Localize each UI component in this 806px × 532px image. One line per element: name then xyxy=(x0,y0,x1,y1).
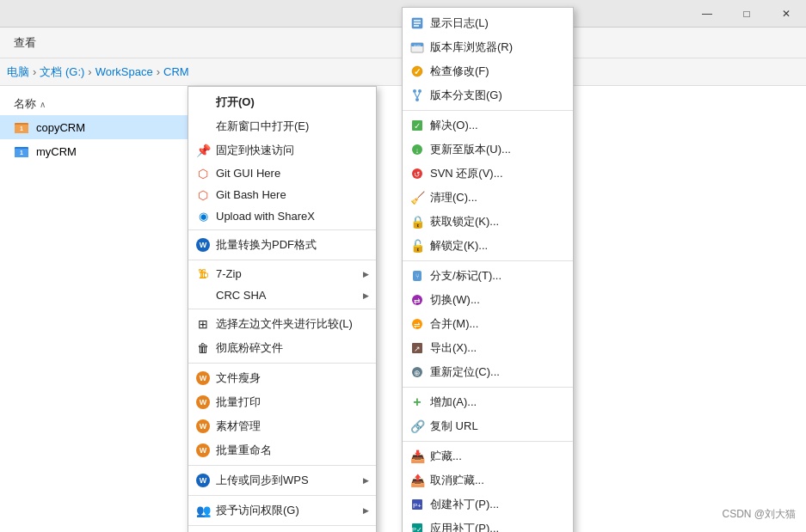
breadcrumb-sep-1: › xyxy=(33,65,36,78)
watermark: CSDN @刘大猫 xyxy=(722,507,796,522)
slim-icon: W xyxy=(195,370,211,386)
column-name: 名称 xyxy=(14,96,36,112)
ctx-divider-6 xyxy=(188,495,376,496)
ctx-material[interactable]: W 素材管理 xyxy=(188,414,376,438)
window-controls: — □ ✕ xyxy=(687,0,806,27)
ctx-shred[interactable]: 🗑 彻底粉碎文件 xyxy=(188,336,376,360)
ctx-7zip[interactable]: 🗜 7-Zip xyxy=(188,263,376,284)
sort-icon: ∧ xyxy=(40,100,46,109)
ctx-copy-url[interactable]: 🔗 复制 URL xyxy=(403,414,573,438)
ctx-repo-browser[interactable]: SVN 版本库浏览器(R) xyxy=(403,35,573,59)
unlock-icon: 🔓 xyxy=(409,238,425,254)
file-list: 名称 ∧ 1 copyCRM 1 myCRM xyxy=(0,86,189,532)
stash-icon: 📥 xyxy=(409,449,425,464)
toolbar-label: 查看 xyxy=(7,32,43,54)
copy-url-icon: 🔗 xyxy=(409,419,425,434)
ctx-upload-wps[interactable]: W 上传或同步到WPS xyxy=(188,468,376,492)
ctx-svn-revert[interactable]: ↺ SVN 还原(V)... xyxy=(403,162,573,186)
breadcrumb-crm[interactable]: CRM xyxy=(163,65,189,78)
ctx-select-compare[interactable]: ⊞ 选择左边文件夹进行比较(L) xyxy=(188,312,376,336)
breadcrumb-workspace[interactable]: WorkSpace xyxy=(95,65,153,78)
breadcrumb-docs[interactable]: 文档 (G:) xyxy=(40,64,84,80)
ctx-create-patch[interactable]: P+ 创建补丁(P)... xyxy=(403,492,573,517)
ctx-grant-access[interactable]: 👥 授予访问权限(G) xyxy=(188,498,376,523)
ctx-divider-7 xyxy=(188,525,376,526)
relocate-icon: ⊕ xyxy=(409,364,425,380)
ctx-merge[interactable]: ⇌ 合并(M)... xyxy=(403,312,573,336)
ctx-git-bash[interactable]: ⬡ Git Bash Here xyxy=(188,184,376,205)
ctx-batch-pdf[interactable]: W 批量转换为PDF格式 xyxy=(188,233,376,257)
ctx-save-stash[interactable]: 📥 贮藏... xyxy=(403,444,573,468)
minimize-button[interactable]: — xyxy=(687,0,727,28)
ctx-add[interactable]: + 增加(A)... xyxy=(403,390,573,414)
file-icon-copycrm: 1 xyxy=(14,119,29,135)
ctx-git-gui[interactable]: ⬡ Git GUI Here xyxy=(188,162,376,184)
svg-text:1: 1 xyxy=(20,150,23,156)
file-item-mycrm[interactable]: 1 myCRM xyxy=(0,139,188,163)
svg-text:⊕: ⊕ xyxy=(414,369,421,377)
shred-icon: 🗑 xyxy=(195,340,211,356)
svg-point-27 xyxy=(415,98,419,101)
svg-text:P✓: P✓ xyxy=(412,526,422,532)
unstash-icon: 📤 xyxy=(409,473,425,488)
git-gui-icon: ⬡ xyxy=(195,166,211,181)
file-icon-mycrm: 1 xyxy=(14,144,29,159)
maximize-button[interactable]: □ xyxy=(727,0,766,28)
switch-icon: ⇄ xyxy=(409,292,425,308)
lock-icon: 🔒 xyxy=(409,214,425,229)
ctx2-divider-2 xyxy=(403,260,573,261)
svg-text:⇌: ⇌ xyxy=(414,321,421,329)
rename-icon: W xyxy=(195,443,211,458)
ctx-pop-stash[interactable]: 📤 取消贮藏... xyxy=(403,468,573,492)
ctx-release-lock[interactable]: 🔓 解锁定(K)... xyxy=(403,234,573,258)
crc-icon xyxy=(195,288,211,303)
svg-text:↗: ↗ xyxy=(414,345,421,353)
ctx-divider-2 xyxy=(188,260,376,260)
ctx-get-lock[interactable]: 🔒 获取锁定(K)... xyxy=(403,210,573,234)
ctx-show-log[interactable]: 显示日志(L) xyxy=(403,11,573,35)
ctx-crc[interactable]: CRC SHA xyxy=(188,284,376,306)
ctx-batch-print[interactable]: W 批量打印 xyxy=(188,390,376,414)
ctx-resolve[interactable]: ✓ 解决(O)... xyxy=(403,113,573,138)
ctx-export[interactable]: ↗ 导出(X)... xyxy=(403,336,573,360)
ctx-open-new-window[interactable]: 在新窗口中打开(E) xyxy=(188,114,376,138)
add-icon: + xyxy=(409,394,425,410)
ctx-switch[interactable]: ⇄ 切换(W)... xyxy=(403,288,573,312)
ctx-open[interactable]: 打开(O) xyxy=(188,90,376,114)
file-name-mycrm: myCRM xyxy=(36,145,77,158)
context-menu-1: 打开(O) 在新窗口中打开(E) 📌 固定到快速访问 ⬡ Git GUI Her… xyxy=(188,86,377,532)
ctx2-divider-3 xyxy=(403,387,573,388)
grant-icon: 👥 xyxy=(195,503,211,518)
ctx-sharex[interactable]: ◉ Upload with ShareX xyxy=(188,205,376,227)
file-item-copycrm[interactable]: 1 copyCRM xyxy=(0,115,188,139)
ctx-slim[interactable]: W 文件瘦身 xyxy=(188,366,376,390)
merge-icon: ⇌ xyxy=(409,316,425,332)
ctx-relocate[interactable]: ⊕ 重新定位(C)... xyxy=(403,360,573,384)
ctx-version-branch[interactable]: 版本分支图(G) xyxy=(403,83,573,107)
ctx-branch-tag[interactable]: ⑂ 分支/标记(T)... xyxy=(403,264,573,288)
breadcrumb-sep-3: › xyxy=(157,65,160,78)
svg-text:⑂: ⑂ xyxy=(415,272,420,280)
svg-text:1: 1 xyxy=(20,125,23,131)
breadcrumb-sep-2: › xyxy=(88,65,91,78)
ctx-check-modify[interactable]: ✓ 检查修改(F) xyxy=(403,59,573,83)
patch-icon: P+ xyxy=(409,497,425,512)
sharex-icon: ◉ xyxy=(195,209,211,224)
ctx2-divider-4 xyxy=(403,441,573,442)
ctx-divider-4 xyxy=(188,363,376,364)
ctx-svn-update[interactable]: ↓ SVN 更新(U) xyxy=(188,529,376,532)
close-button[interactable]: ✕ xyxy=(766,0,806,28)
wps-pdf-icon: W xyxy=(195,237,211,253)
ctx-update-rev[interactable]: ↓ 更新至版本(U)... xyxy=(403,138,573,162)
svg-text:✓: ✓ xyxy=(414,67,421,76)
pin-icon: 📌 xyxy=(195,143,211,158)
material-icon: W xyxy=(195,419,211,434)
ctx-apply-patch[interactable]: P✓ 应用补丁(P)... xyxy=(403,517,573,532)
svg-point-25 xyxy=(413,89,416,93)
compare-icon: ⊞ xyxy=(195,316,211,332)
ctx-pin-quick[interactable]: 📌 固定到快速访问 xyxy=(188,138,376,162)
ctx-batch-rename[interactable]: W 批量重命名 xyxy=(188,438,376,462)
breadcrumb-computer[interactable]: 电脑 xyxy=(7,64,29,80)
ctx-clean[interactable]: 🧹 清理(C)... xyxy=(403,186,573,210)
svg-line-28 xyxy=(415,93,417,98)
